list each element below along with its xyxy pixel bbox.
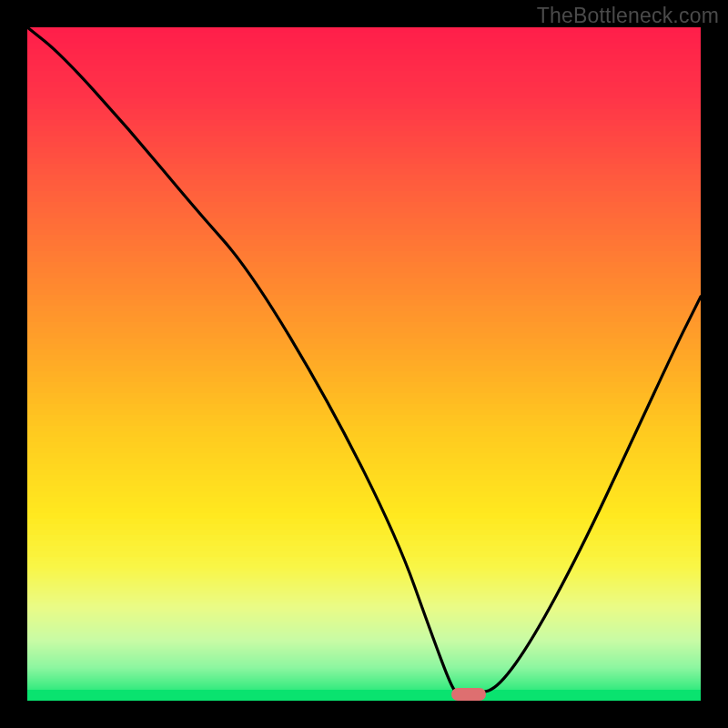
watermark-text: TheBottleneck.com <box>537 4 719 28</box>
chart-curve-layer <box>27 27 701 701</box>
chart-plot-area <box>27 27 701 701</box>
bottleneck-curve <box>27 27 701 694</box>
optimum-marker <box>451 688 486 701</box>
app-frame: TheBottleneck.com <box>0 0 728 728</box>
